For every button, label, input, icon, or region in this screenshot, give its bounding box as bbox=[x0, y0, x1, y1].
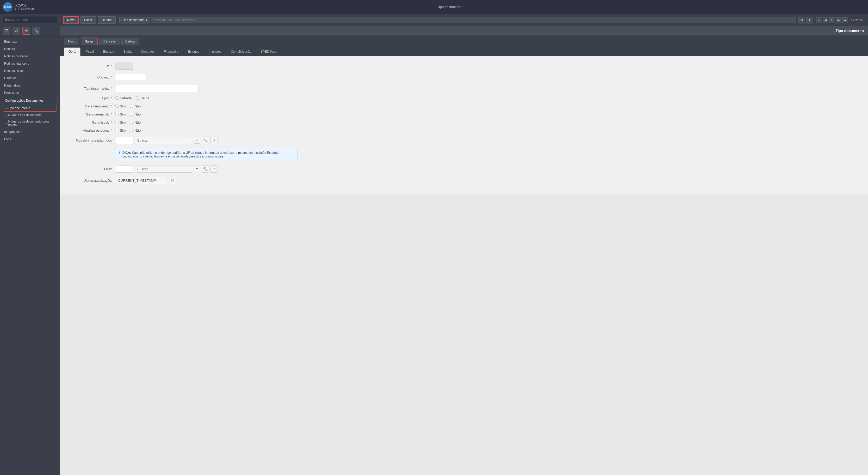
atualiza-estoque-sim[interactable]: Sim bbox=[115, 128, 126, 132]
settings-icon[interactable]: ⚙ bbox=[799, 17, 805, 24]
tipo-saida-radio[interactable] bbox=[136, 96, 140, 100]
gera-gerencial-radio-group: Sim Não bbox=[115, 112, 141, 116]
tab-contabilizacao[interactable]: Contabilização bbox=[226, 48, 256, 56]
codigo-row: Código: * bbox=[70, 74, 858, 81]
settings-icon-btn[interactable]: ⚙ bbox=[22, 27, 30, 35]
sidebar-item-usuarios[interactable]: Usuários bbox=[0, 75, 60, 82]
search-field[interactable] bbox=[153, 18, 794, 22]
sidebar-item-logs[interactable]: Logs bbox=[0, 136, 60, 143]
id-input[interactable] bbox=[115, 63, 133, 69]
modelo-dropdown-btn[interactable]: ▾ bbox=[194, 137, 200, 144]
atualiza-estoque-row: Atualiza estoque: * Sim Não bbox=[70, 128, 858, 132]
gera-gerencial-sim-radio[interactable] bbox=[115, 113, 119, 116]
form-body: ID: * Código: * Tipo documento bbox=[60, 56, 868, 195]
wrench-icon-btn[interactable]: 🔧 bbox=[32, 27, 40, 35]
form-novo-button[interactable]: Novo bbox=[64, 38, 79, 45]
tab-contratos[interactable]: Contratos bbox=[136, 48, 159, 56]
sidebar-subitem-numeros-documento[interactable]: • Números de documento bbox=[0, 112, 60, 118]
menu-icon-btn[interactable]: ☰ bbox=[3, 27, 10, 35]
tab-impostos[interactable]: Impostos bbox=[204, 48, 226, 56]
gera-fiscal-radio-group: Sim Não bbox=[115, 120, 141, 124]
gera-fiscal-nao-radio[interactable] bbox=[130, 121, 133, 124]
tipo-radio-group: Entrada Saída bbox=[115, 96, 150, 100]
sidebar-item-rotinas-fiscais[interactable]: Rotinas fiscais bbox=[0, 67, 60, 75]
search-type-dropdown[interactable]: Tipo documento ▾ bbox=[119, 17, 150, 24]
gera-fiscal-sim[interactable]: Sim bbox=[115, 120, 126, 124]
modelo-search-btn[interactable]: 🔍 bbox=[202, 137, 209, 144]
gera-financeiro-label: Gera financeiro: * bbox=[70, 104, 112, 108]
tab-financeiro[interactable]: Financeiro bbox=[159, 48, 183, 56]
tipo-row: Tipo: * Entrada Saída bbox=[70, 96, 858, 100]
filial-dropdown-btn[interactable]: ▾ bbox=[194, 166, 200, 172]
filial-wrap: ▾ 🔍 ↗ bbox=[115, 165, 218, 173]
next-page-btn[interactable]: ▶ bbox=[836, 17, 841, 23]
form-cancelar-button[interactable]: Cancelar bbox=[99, 38, 120, 45]
copy-timestamp-btn[interactable]: 📋 bbox=[169, 177, 176, 184]
form-deletar-button[interactable]: Deletar bbox=[121, 38, 140, 45]
tab-saida[interactable]: Saída bbox=[119, 48, 136, 56]
filial-id-input[interactable] bbox=[115, 166, 133, 173]
form-action-bar: Novo Salvar Cancelar Deletar bbox=[60, 35, 868, 48]
sidebar-item-parametros[interactable]: Parâmetros bbox=[0, 82, 60, 89]
sidebar-item-rotinas-provedor[interactable]: Rotinas provedor bbox=[0, 53, 60, 60]
atualiza-estoque-radio-group: Sim Não bbox=[115, 128, 141, 132]
main-toolbar: Novo Editar Deletar Tipo documento ▾ ⚙ ⬇… bbox=[60, 14, 868, 26]
tab-fiscal[interactable]: Fiscal bbox=[81, 48, 98, 56]
tipo-entrada-radio[interactable] bbox=[115, 96, 119, 100]
timestamp-field: CURRENT_TIMESTAMP bbox=[115, 177, 167, 184]
gera-gerencial-sim[interactable]: Sim bbox=[115, 112, 126, 116]
tipo-documento-row: Tipo documento: * bbox=[70, 85, 858, 92]
gera-gerencial-nao-radio[interactable] bbox=[130, 113, 133, 116]
tab-sped-fiscal[interactable]: SPED fiscal bbox=[256, 48, 282, 56]
sidebar-item-rotinas[interactable]: Rotinas bbox=[0, 46, 60, 53]
filial-search-btn[interactable]: 🔍 bbox=[202, 165, 209, 173]
search-input[interactable] bbox=[3, 16, 57, 23]
prev-page-btn[interactable]: ◀ bbox=[823, 17, 828, 23]
download-icon[interactable]: ⬇ bbox=[806, 17, 813, 24]
sidebar-subitem-numeros-boleto[interactable]: • Números de documento para boleto bbox=[0, 118, 60, 128]
chevron-down-icon: ▾ bbox=[146, 18, 147, 22]
gera-fiscal-sim-radio[interactable] bbox=[115, 121, 119, 124]
app-title: IXCWiki bbox=[14, 4, 34, 7]
dot-icon3: • bbox=[6, 122, 7, 125]
tipo-saida-option[interactable]: Saída bbox=[136, 96, 150, 100]
tipo-documento-input[interactable] bbox=[115, 85, 198, 92]
atualiza-estoque-nao-radio[interactable] bbox=[130, 129, 133, 132]
form-salvar-button[interactable]: Salvar bbox=[81, 37, 98, 46]
last-page-btn[interactable]: ⏭ bbox=[842, 17, 848, 23]
gera-gerencial-nao[interactable]: Não bbox=[130, 112, 141, 116]
gera-financeiro-sim[interactable]: Sim bbox=[115, 104, 126, 108]
print-icon-btn[interactable]: 🖨 bbox=[12, 27, 20, 35]
gera-financeiro-sim-radio[interactable] bbox=[115, 105, 119, 108]
sidebar-item-rotinas-financeiro[interactable]: Rotinas financeiro bbox=[0, 60, 60, 67]
modelo-search-input[interactable] bbox=[135, 137, 192, 144]
first-page-btn[interactable]: ⏮ bbox=[816, 17, 822, 23]
form-title: Tipo documento bbox=[64, 29, 864, 33]
gera-financeiro-nao-radio[interactable] bbox=[130, 105, 133, 108]
gera-fiscal-row: Gera fiscal: * Sim Não bbox=[70, 120, 858, 124]
sidebar-item-config-docs[interactable]: Configurações Documentos bbox=[2, 97, 58, 104]
novo-button[interactable]: Novo bbox=[63, 16, 79, 24]
filial-open-btn[interactable]: ↗ bbox=[211, 165, 218, 173]
tab-estoque[interactable]: Estoque bbox=[183, 48, 204, 56]
form-container: Tipo documento Novo Salvar Cancelar Dele… bbox=[60, 26, 868, 475]
gera-financeiro-nao[interactable]: Não bbox=[130, 104, 141, 108]
tab-geral[interactable]: Geral bbox=[64, 48, 81, 56]
gera-fiscal-nao[interactable]: Não bbox=[130, 120, 141, 124]
sidebar-item-integracoes[interactable]: Integrações bbox=[0, 128, 60, 136]
sidebar-item-processos[interactable]: Processos bbox=[0, 89, 60, 96]
codigo-input[interactable] bbox=[115, 74, 146, 81]
tab-entrada[interactable]: Entrada bbox=[99, 48, 119, 56]
sidebar-item-empresa[interactable]: Empresa bbox=[0, 38, 60, 46]
atualiza-estoque-sim-radio[interactable] bbox=[115, 129, 119, 132]
deletar-button[interactable]: Deletar bbox=[98, 17, 116, 24]
refresh-btn[interactable]: ↻ bbox=[829, 17, 835, 23]
atualiza-estoque-nao[interactable]: Não bbox=[130, 128, 141, 132]
modelo-id-input[interactable] bbox=[115, 137, 133, 144]
editar-button[interactable]: Editar bbox=[80, 17, 96, 24]
tipo-entrada-option[interactable]: Entrada bbox=[115, 96, 132, 100]
filial-row: Filial: ▾ 🔍 ↗ bbox=[70, 165, 858, 173]
filial-search-input[interactable] bbox=[135, 166, 192, 173]
sidebar-subitem-tipo-documento[interactable]: • Tipo documento bbox=[3, 105, 57, 112]
modelo-open-btn[interactable]: ↗ bbox=[211, 137, 218, 144]
